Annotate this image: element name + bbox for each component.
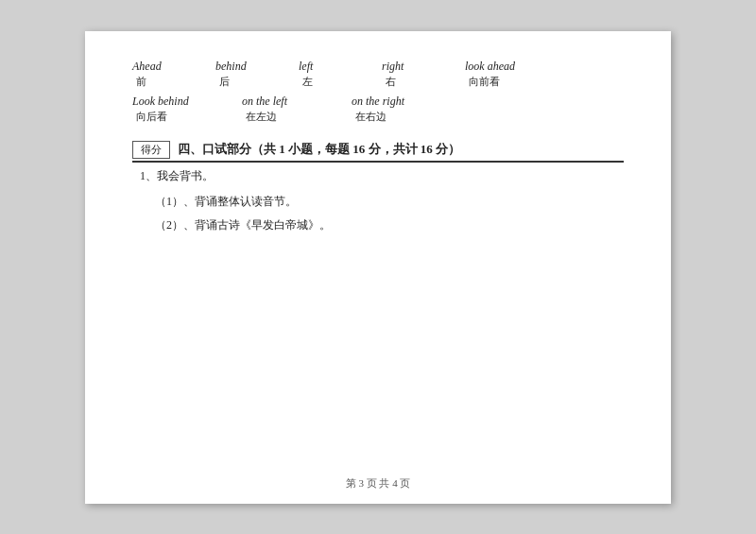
vocab-row-2: Look behind 向后看 on the left 在左边 on the r…	[132, 95, 624, 124]
score-box: 得分	[132, 141, 170, 159]
page-footer: 第 3 页 共 4 页	[85, 476, 671, 491]
vocab-chinese-right: 右	[382, 75, 396, 89]
footer-text: 第 3 页 共 4 页	[346, 477, 411, 489]
vocab-chinese-look-ahead: 向前看	[465, 75, 500, 89]
section-title: 四、口试部分（共 1 小题，每题 16 分，共计 16 分）	[178, 141, 460, 158]
section-header: 得分 四、口试部分（共 1 小题，每题 16 分，共计 16 分）	[132, 141, 624, 163]
vocab-chinese-on-right: 在右边	[352, 110, 387, 124]
sub-question-2: （2）、背诵古诗《早发白帝城》。	[155, 217, 624, 233]
vocab-english-left: left	[299, 60, 313, 74]
question-main: 1、我会背书。	[140, 168, 624, 184]
vocab-chinese-ahead: 前	[132, 75, 146, 89]
vocab-item-on-left: on the left 在左边	[242, 95, 308, 124]
vocab-item-right: right 右	[382, 60, 438, 89]
question-text: 我会背书。	[157, 169, 214, 182]
vocab-chinese-left: 左	[299, 75, 313, 89]
vocab-chinese-on-left: 在左边	[242, 110, 277, 124]
vocab-item-ahead: Ahead 前	[132, 60, 189, 89]
vocab-english-behind: behind	[215, 60, 247, 74]
vocab-item-look-behind: Look behind 向后看	[132, 95, 198, 124]
vocab-item-on-right: on the right 在右边	[352, 95, 418, 124]
question-number: 1、	[140, 169, 157, 182]
section-content: 1、我会背书。 （1）、背诵整体认读音节。 （2）、背诵古诗《早发白帝城》。	[140, 168, 624, 233]
vocab-item-behind: behind 后	[215, 60, 272, 89]
vocab-english-on-left: on the left	[242, 95, 287, 109]
vocab-english-on-right: on the right	[352, 95, 404, 109]
vocab-item-left: left 左	[299, 60, 355, 89]
vocab-english-right: right	[382, 60, 404, 74]
vocab-english-look-behind: Look behind	[132, 95, 189, 109]
vocab-english-ahead: Ahead	[132, 60, 162, 74]
vocab-chinese-look-behind: 向后看	[132, 110, 167, 124]
score-label: 得分	[141, 144, 162, 155]
vocabulary-section: Ahead 前 behind 后 left 左 right 右 look ahe…	[132, 60, 624, 124]
vocab-english-look-ahead: look ahead	[465, 60, 515, 74]
sub-question-1: （1）、背诵整体认读音节。	[155, 194, 624, 210]
exam-page: Ahead 前 behind 后 left 左 right 右 look ahe…	[85, 31, 671, 504]
vocab-row-1: Ahead 前 behind 后 left 左 right 右 look ahe…	[132, 60, 624, 89]
vocab-item-look-ahead: look ahead 向前看	[465, 60, 531, 89]
vocab-chinese-behind: 后	[215, 75, 230, 89]
